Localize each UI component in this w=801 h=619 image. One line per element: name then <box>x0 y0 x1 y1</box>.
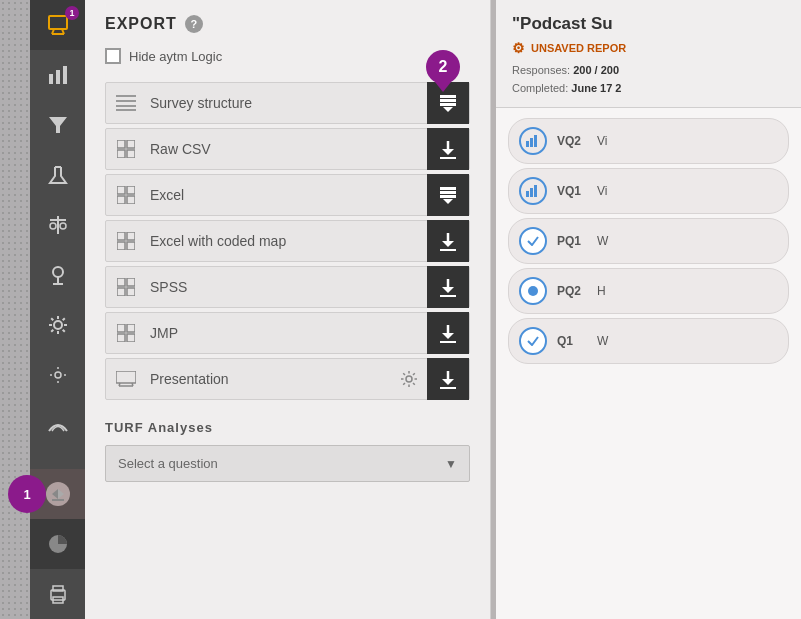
svg-marker-48 <box>443 199 453 204</box>
svg-rect-4 <box>49 74 53 84</box>
svg-rect-74 <box>526 141 529 147</box>
question-item-vq1[interactable]: VQ1 Vi <box>508 168 789 214</box>
presentation-gear-button[interactable] <box>391 358 427 400</box>
excel-coded-label: Excel with coded map <box>146 233 427 249</box>
grid-icon-spss <box>106 266 146 308</box>
decorative-sidebar <box>0 0 30 619</box>
svg-rect-64 <box>127 334 135 342</box>
svg-rect-67 <box>116 371 136 383</box>
export-row-spss[interactable]: SPSS <box>105 266 470 308</box>
svg-rect-37 <box>127 150 135 158</box>
sidebar-item-rainbow[interactable] <box>30 400 85 450</box>
grid-icon-raw-csv <box>106 128 146 170</box>
svg-marker-7 <box>49 117 67 133</box>
flask-nav-icon <box>47 164 69 186</box>
pq1-check-icon <box>519 227 547 255</box>
q1-check-icon <box>519 327 547 355</box>
sidebar-item-gear1[interactable] <box>30 300 85 350</box>
scale-nav-icon <box>47 214 69 236</box>
spss-actions <box>427 267 469 307</box>
jmp-label: JMP <box>146 325 427 341</box>
svg-rect-5 <box>56 70 60 84</box>
svg-point-71 <box>406 376 412 382</box>
filter-nav-icon <box>47 114 69 136</box>
hide-logic-checkbox[interactable] <box>105 48 121 64</box>
svg-rect-36 <box>117 150 125 158</box>
sidebar-item-scale[interactable] <box>30 200 85 250</box>
export-row-raw-csv[interactable]: Raw CSV <box>105 128 470 170</box>
svg-rect-57 <box>117 288 125 296</box>
export-row-presentation[interactable]: Presentation <box>105 358 470 400</box>
svg-rect-0 <box>49 16 67 29</box>
export-help-button[interactable]: ? <box>185 15 203 33</box>
question-item-q1[interactable]: Q1 W <box>508 318 789 364</box>
jmp-download[interactable] <box>427 312 469 354</box>
export-row-survey-structure[interactable]: Survey structure <box>105 82 470 124</box>
svg-rect-78 <box>530 188 533 197</box>
svg-rect-25 <box>53 586 63 591</box>
svg-rect-63 <box>117 334 125 342</box>
export-title: EXPORT <box>105 15 177 33</box>
unsaved-status-label: UNSAVED REPOR <box>531 42 626 54</box>
question-item-vq2[interactable]: VQ2 Vi <box>508 118 789 164</box>
svg-rect-52 <box>127 242 135 250</box>
excel-label: Excel <box>146 187 427 203</box>
sidebar-item-print[interactable] <box>30 569 85 619</box>
svg-rect-49 <box>117 232 125 240</box>
export-row-excel[interactable]: Excel <box>105 174 470 216</box>
pq1-text: W <box>597 234 608 248</box>
svg-rect-77 <box>526 191 529 197</box>
excel-actions <box>427 175 469 215</box>
sidebar-item-microscope[interactable] <box>30 250 85 300</box>
bar-chart-nav-icon <box>47 64 69 86</box>
svg-rect-27 <box>116 100 136 102</box>
svg-rect-30 <box>440 95 456 98</box>
excel-download[interactable] <box>427 174 469 216</box>
presentation-download-icon <box>439 369 457 389</box>
print-nav-icon <box>47 583 69 605</box>
responses-value: 200 / 200 <box>573 64 619 76</box>
sidebar-item-pie[interactable] <box>30 519 85 569</box>
completed-label: Completed: <box>512 82 568 94</box>
export-row-jmp[interactable]: JMP <box>105 312 470 354</box>
download-arrow4-icon <box>439 323 457 343</box>
sidebar-item-filter[interactable] <box>30 100 85 150</box>
sidebar-item-flask[interactable] <box>30 150 85 200</box>
report-status: ⚙ UNSAVED REPOR <box>512 40 785 56</box>
turf-select-placeholder: Select a question <box>118 456 218 471</box>
svg-marker-33 <box>443 107 453 112</box>
export-tooltip-badge: 2 <box>426 50 460 84</box>
turf-question-select[interactable]: Select a question ▼ <box>105 445 470 482</box>
svg-point-16 <box>54 321 62 329</box>
sidebar-item-gear2[interactable] <box>30 350 85 400</box>
rainbow-nav-icon <box>47 418 69 432</box>
pq2-text: H <box>597 284 606 298</box>
survey-structure-label: Survey structure <box>146 95 427 111</box>
sidebar-item-download[interactable]: 1 <box>30 469 85 519</box>
raw-csv-download[interactable] <box>427 128 469 170</box>
gear-status-icon: ⚙ <box>512 40 525 56</box>
spss-download[interactable] <box>427 266 469 308</box>
svg-rect-29 <box>116 109 136 111</box>
vq2-code: VQ2 <box>557 134 587 148</box>
presentation-actions <box>391 359 469 399</box>
svg-rect-44 <box>127 196 135 204</box>
jmp-actions <box>427 313 469 353</box>
grid-icon-excel-coded <box>106 220 146 262</box>
presentation-download[interactable] <box>427 358 469 400</box>
presentation-export-icon <box>106 358 146 400</box>
svg-marker-53 <box>442 241 454 247</box>
excel-coded-download[interactable] <box>427 220 469 262</box>
lines-icon <box>106 82 146 124</box>
sidebar-item-presentation[interactable]: 1 <box>30 0 85 50</box>
sidebar-item-bar-chart[interactable] <box>30 50 85 100</box>
svg-rect-76 <box>534 135 537 147</box>
export-row-excel-coded[interactable]: Excel with coded map <box>105 220 470 262</box>
question-item-pq2[interactable]: PQ2 H <box>508 268 789 314</box>
svg-point-13 <box>53 267 63 277</box>
svg-rect-26 <box>116 95 136 97</box>
svg-rect-51 <box>117 242 125 250</box>
report-header: "Podcast Su ⚙ UNSAVED REPOR Responses: 2… <box>496 0 801 108</box>
excel-coded-actions <box>427 221 469 261</box>
question-item-pq1[interactable]: PQ1 W <box>508 218 789 264</box>
